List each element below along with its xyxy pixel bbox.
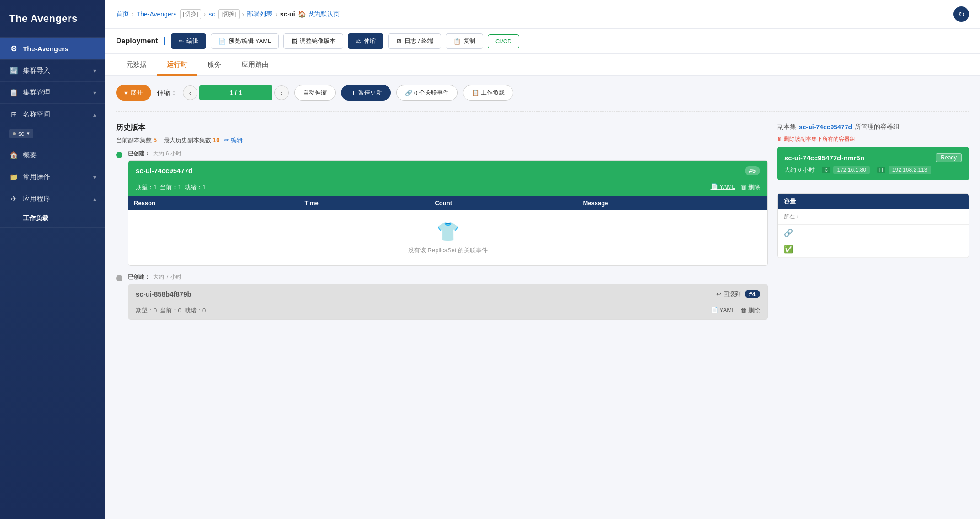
copy-button[interactable]: 📋 复制 bbox=[446, 33, 483, 49]
refresh-button[interactable]: ↻ bbox=[953, 6, 969, 22]
chevron-down-icon-expand: ▾ bbox=[124, 89, 128, 96]
replica-panel: 副本集 sc-ui-74cc95477d 所管理的容器组 🗑 删除该副本集下所有… bbox=[777, 123, 969, 180]
app-logo: The Avengers bbox=[0, 0, 105, 38]
replicaset-card-1: sc-ui-74cc95477d #5 期望：1 当前：1 就绪：1 bbox=[128, 160, 768, 266]
sep-3: › bbox=[242, 11, 245, 18]
breadcrumb-current: sc-ui bbox=[280, 11, 295, 18]
folder-icon: 📁 bbox=[9, 173, 18, 181]
log-button[interactable]: 🖥 日志 / 终端 bbox=[388, 33, 441, 49]
history-edit-link[interactable]: ✏ 编辑 bbox=[224, 137, 243, 143]
col-time: Time bbox=[299, 196, 430, 210]
timeline-item-2: 已创建： 大约 7 小时 sc-ui-858b4f879b ↩ 回滚到 bbox=[116, 273, 768, 320]
tab-service[interactable]: 服务 bbox=[197, 54, 231, 76]
capacity-title: 容量 bbox=[778, 194, 969, 209]
sidebar-label-namespace: 名称空间 bbox=[23, 110, 50, 119]
auto-scale-button[interactable]: 自动伸缩 bbox=[294, 85, 336, 101]
right-panels: 副本集 sc-ui-74cc95477d 所管理的容器组 🗑 删除该副本集下所有… bbox=[777, 123, 969, 258]
sidebar-item-cluster-manage[interactable]: 📋 集群管理 ▾ bbox=[0, 82, 105, 103]
toolbar: Deployment ✏ 编辑 📄 预览/编辑 YAML 🖼 调整镜像版本 ⚖ … bbox=[105, 29, 980, 54]
scale-next-button[interactable]: › bbox=[274, 85, 289, 100]
apps-icon: ✈ bbox=[9, 195, 18, 203]
chevron-down-icon: ▾ bbox=[93, 68, 96, 74]
namespace-badge[interactable]: sc ▾ bbox=[9, 129, 33, 138]
container-name: sc-ui-74cc95477d-nmr5n bbox=[784, 154, 864, 162]
timeline-time-2: 已创建： 大约 7 小时 bbox=[128, 273, 768, 281]
replica-panel-title: 副本集 sc-ui-74cc95477d 所管理的容器组 bbox=[777, 123, 969, 131]
breadcrumb-sc[interactable]: sc bbox=[208, 11, 215, 18]
expand-button[interactable]: ▾ 展开 bbox=[116, 85, 151, 101]
image-icon: 🖼 bbox=[291, 38, 297, 45]
cluster-import-icon: 🔄 bbox=[9, 66, 18, 75]
c-label: C bbox=[822, 167, 830, 173]
events-button[interactable]: 🔗 0 个关联事件 bbox=[396, 85, 458, 101]
rollback-button[interactable]: ↩ 回滚到 bbox=[716, 290, 741, 298]
link-events-icon: 🔗 bbox=[405, 90, 412, 96]
breadcrumb-deploy-list[interactable]: 部署列表 bbox=[247, 10, 272, 18]
scale-label: 伸缩： bbox=[157, 89, 177, 97]
gear-icon: ⚙ bbox=[9, 44, 18, 53]
capacity-row-1: 🔗 bbox=[778, 225, 969, 241]
no-events-1: 👕 没有该 ReplicaSet 的关联事件 bbox=[128, 210, 767, 265]
tab-meta[interactable]: 元数据 bbox=[116, 54, 157, 76]
namespace-value: sc bbox=[18, 130, 24, 137]
history-panel-title: 历史版本 bbox=[116, 123, 768, 132]
capacity-location: 所在： bbox=[778, 209, 969, 225]
breadcrumb-sc-tag[interactable]: [切换] bbox=[218, 9, 239, 19]
capacity-link-icon: 🔗 bbox=[784, 228, 793, 237]
timeline-item-1: 已创建： 大约 6 小时 sc-ui-74cc95477d #5 期望：1 bbox=[116, 150, 768, 266]
sidebar-item-common-ops[interactable]: 📁 常用操作 ▾ bbox=[0, 166, 105, 188]
scale-prev-button[interactable]: ‹ bbox=[183, 85, 197, 100]
workload-button[interactable]: 📋 工作负载 bbox=[463, 85, 513, 101]
scale-controls-row: ▾ 展开 伸缩： ‹ 1 / 1 › 自动伸缩 ⏸ 暂停更新 🔗 0 个关联事件… bbox=[116, 85, 969, 101]
yaml-button[interactable]: 📄 预览/编辑 YAML bbox=[211, 33, 279, 49]
rs-id-link[interactable]: sc-ui-74cc95477d bbox=[799, 123, 852, 131]
pause-update-button[interactable]: ⏸ 暂停更新 bbox=[341, 85, 391, 101]
delete-all-containers-link[interactable]: 🗑 删除该副本集下所有的容器组 bbox=[777, 136, 855, 142]
breadcrumb: 首页 › The-Avengers [切换] › sc [切换] › 部署列表 … bbox=[105, 0, 980, 29]
sidebar-item-cluster-import[interactable]: 🔄 集群导入 ▾ bbox=[0, 60, 105, 81]
content-area: ▾ 展开 伸缩： ‹ 1 / 1 › 自动伸缩 ⏸ 暂停更新 🔗 0 个关联事件… bbox=[105, 76, 980, 519]
breadcrumb-avengers-tag[interactable]: [切换] bbox=[180, 9, 201, 19]
col-count: Count bbox=[429, 196, 577, 210]
tab-runtime[interactable]: 运行时 bbox=[157, 54, 197, 76]
sidebar-label-common-ops: 常用操作 bbox=[23, 173, 50, 181]
rs1-yaml-link[interactable]: 📄 YAML bbox=[711, 183, 735, 191]
container-card: sc-ui-74cc95477d-nmr5n Ready 大约 6 小时 C 1… bbox=[777, 147, 969, 180]
breadcrumb-avengers[interactable]: The-Avengers bbox=[137, 11, 177, 18]
scale-navigation: ‹ 1 / 1 › bbox=[183, 85, 289, 100]
sidebar-item-apps[interactable]: ✈ 应用程序 ▴ bbox=[0, 188, 105, 210]
ip-c-value: 172.16.1.80 bbox=[833, 166, 869, 174]
rs2-delete-link[interactable]: 🗑 删除 bbox=[740, 307, 760, 315]
sidebar-item-overview[interactable]: 🏠 概要 bbox=[0, 144, 105, 166]
rollback-icon: ↩ bbox=[716, 291, 721, 297]
sep-2: › bbox=[204, 11, 206, 18]
replicaset-name-2: sc-ui-858b4f879b bbox=[136, 290, 192, 298]
sidebar-item-the-avengers[interactable]: ⚙ The-Avengers bbox=[0, 38, 105, 59]
sidebar-item-namespace[interactable]: ⊞ 名称空间 ▴ bbox=[0, 104, 105, 125]
sidebar-label-cluster-manage: 集群管理 bbox=[23, 88, 50, 97]
cicd-button[interactable]: CI/CD bbox=[488, 34, 519, 48]
rs2-yaml-link[interactable]: 📄 YAML bbox=[711, 307, 735, 315]
image-button[interactable]: 🖼 调整镜像版本 bbox=[283, 33, 343, 49]
replicaset-stats-1: 期望：1 当前：1 就绪：1 📄 YAML 🗑 删除 bbox=[128, 180, 767, 196]
rs1-delete-link[interactable]: 🗑 删除 bbox=[740, 183, 760, 191]
workload-icon: 📋 bbox=[472, 90, 479, 96]
h-label: H bbox=[877, 167, 885, 173]
breadcrumb-home[interactable]: 首页 bbox=[116, 10, 129, 18]
delete-all-icon: 🗑 bbox=[777, 136, 783, 142]
scale-button[interactable]: ⚖ 伸缩 bbox=[348, 33, 383, 49]
edit-button[interactable]: ✏ 编辑 bbox=[171, 33, 206, 49]
breadcrumb-set-default[interactable]: 🏠 设为默认页 bbox=[298, 10, 340, 18]
edit-icon: ✏ bbox=[179, 38, 184, 45]
ready-status-badge: Ready bbox=[936, 153, 962, 162]
capacity-panel: 容量 所在： 🔗 ✅ bbox=[777, 193, 969, 258]
timeline-dot-1 bbox=[116, 152, 122, 158]
namespace-icon: ⊞ bbox=[9, 110, 18, 119]
sidebar-label-the-avengers: The-Avengers bbox=[23, 45, 68, 53]
tab-app-route[interactable]: 应用路由 bbox=[231, 54, 279, 76]
no-events-icon: 👕 bbox=[136, 221, 760, 243]
sidebar-sub-item-workload[interactable]: 工作负载 bbox=[0, 210, 105, 227]
container-meta: 大约 6 小时 C 172.16.1.80 H 192.168.2.113 bbox=[784, 166, 962, 174]
sidebar-label-cluster-import: 集群导入 bbox=[23, 66, 50, 75]
replicaset-stats-2: 期望：0 当前：0 就绪：0 📄 YAML 🗑 删除 bbox=[128, 304, 767, 319]
